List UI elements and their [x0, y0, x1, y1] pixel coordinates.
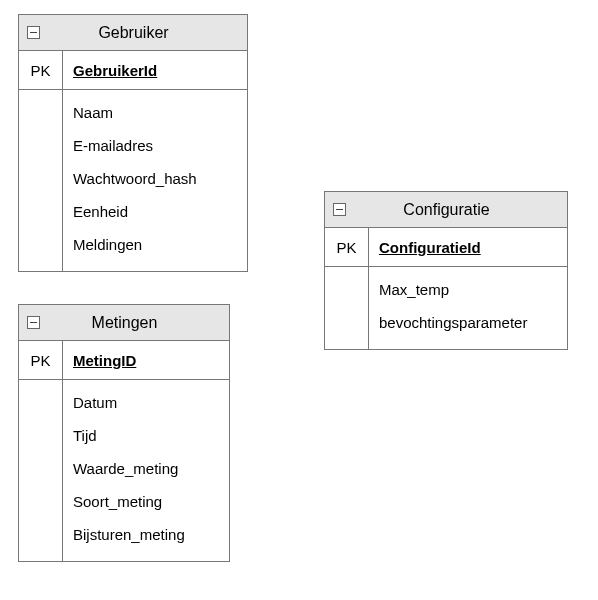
- collapse-icon[interactable]: [27, 316, 40, 329]
- attr-left-spacer: [19, 90, 63, 271]
- attr-item: Bijsturen_meting: [73, 518, 229, 551]
- pk-field: MetingID: [73, 352, 136, 369]
- attr-left-spacer: [19, 380, 63, 561]
- collapse-icon[interactable]: [27, 26, 40, 39]
- attr-item: bevochtingsparameter: [379, 306, 567, 339]
- entity-gebruiker: Gebruiker PK GebruikerId Naam E-mailadre…: [18, 14, 248, 272]
- entity-configuratie: Configuratie PK ConfiguratieId Max_temp …: [324, 191, 568, 350]
- attr-block: Datum Tijd Waarde_meting Soort_meting Bi…: [19, 380, 229, 561]
- attr-block: Naam E-mailadres Wachtwoord_hash Eenheid…: [19, 90, 247, 271]
- entity-metingen: Metingen PK MetingID Datum Tijd Waarde_m…: [18, 304, 230, 562]
- pk-label: PK: [19, 51, 63, 89]
- entity-header: Gebruiker: [19, 15, 247, 51]
- attr-item: Meldingen: [73, 228, 247, 261]
- pk-label: PK: [19, 341, 63, 379]
- entity-title: Gebruiker: [40, 24, 247, 42]
- pk-field: ConfiguratieId: [379, 239, 481, 256]
- pk-field: GebruikerId: [73, 62, 157, 79]
- er-diagram-canvas: Gebruiker PK GebruikerId Naam E-mailadre…: [0, 0, 598, 600]
- pk-label: PK: [325, 228, 369, 266]
- collapse-icon[interactable]: [333, 203, 346, 216]
- attr-item: Eenheid: [73, 195, 247, 228]
- attr-item: E-mailadres: [73, 129, 247, 162]
- attr-item: Waarde_meting: [73, 452, 229, 485]
- attr-item: Soort_meting: [73, 485, 229, 518]
- attr-block: Max_temp bevochtingsparameter: [325, 267, 567, 349]
- attr-list: Datum Tijd Waarde_meting Soort_meting Bi…: [63, 380, 229, 561]
- attr-item: Datum: [73, 386, 229, 419]
- attr-list: Max_temp bevochtingsparameter: [369, 267, 567, 349]
- attr-left-spacer: [325, 267, 369, 349]
- attr-list: Naam E-mailadres Wachtwoord_hash Eenheid…: [63, 90, 247, 271]
- attr-item: Tijd: [73, 419, 229, 452]
- pk-row: PK ConfiguratieId: [325, 228, 567, 267]
- entity-header: Configuratie: [325, 192, 567, 228]
- attr-item: Max_temp: [379, 273, 567, 306]
- attr-item: Naam: [73, 96, 247, 129]
- pk-row: PK GebruikerId: [19, 51, 247, 90]
- entity-title: Configuratie: [346, 201, 567, 219]
- pk-row: PK MetingID: [19, 341, 229, 380]
- entity-header: Metingen: [19, 305, 229, 341]
- entity-title: Metingen: [40, 314, 229, 332]
- attr-item: Wachtwoord_hash: [73, 162, 247, 195]
